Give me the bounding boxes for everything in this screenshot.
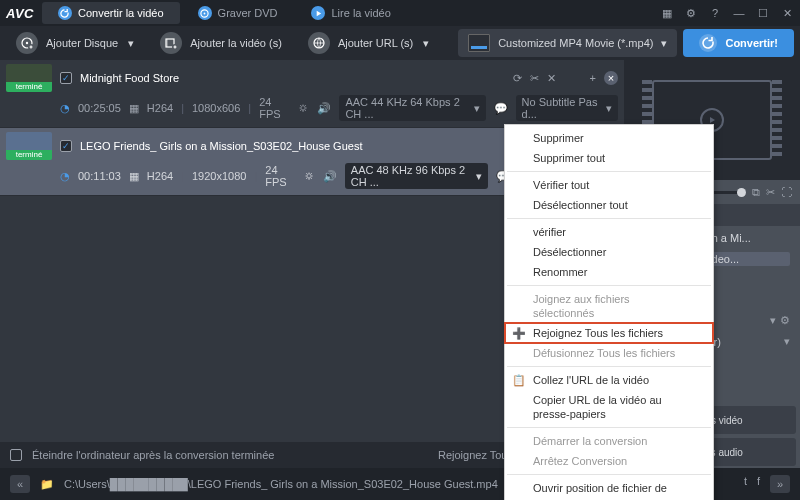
chevron-down-icon: ▾ [476, 170, 482, 183]
chevron-down-icon: ▾ [661, 37, 667, 50]
svg-rect-6 [166, 39, 168, 47]
menu-separator [507, 171, 711, 172]
folder-icon[interactable]: 📁 [40, 478, 54, 491]
minimize-icon[interactable]: ― [732, 7, 746, 19]
context-menu: SupprimerSupprimer toutVérifier toutDésé… [504, 124, 714, 500]
menu-item-label: Rejoignez Tous les fichiers [533, 327, 663, 339]
shutdown-label: Éteindre l'ordinateur après la conversio… [32, 449, 274, 461]
add-disc-button[interactable]: Ajouter Disque ▾ [6, 29, 144, 57]
menu-item-label: Renommer [533, 266, 587, 278]
menu-item[interactable]: 📋Collez l'URL de la vidéo [505, 370, 713, 390]
menu-separator [507, 474, 711, 475]
refresh-icon[interactable]: ⟳ [513, 72, 522, 85]
button-label: Ajouter Disque [46, 37, 118, 49]
calendar-icon[interactable]: ▦ [660, 7, 674, 20]
convert-button[interactable]: Convertir! [683, 29, 794, 57]
scissors-icon[interactable]: ✂ [530, 72, 539, 85]
add-url-button[interactable]: Ajouter URL (s) ▾ [298, 29, 439, 57]
expand-button[interactable]: » [770, 475, 790, 493]
menu-item[interactable]: Ouvrir position de fichier de source... [505, 478, 713, 500]
settings-icon[interactable]: ⛭ [298, 102, 309, 114]
codec: H264 [147, 170, 173, 182]
gear-icon[interactable]: ⚙ [684, 7, 698, 20]
collapse-button[interactable]: « [10, 475, 30, 493]
checkbox[interactable] [60, 72, 72, 84]
output-format-selector[interactable]: Customized MP4 Movie (*.mp4) ▾ [458, 29, 677, 57]
menu-item[interactable]: Désélectionner [505, 242, 713, 262]
button-label: Convertir! [725, 37, 778, 49]
menu-item[interactable]: Renommer [505, 262, 713, 282]
add-icon[interactable]: + [590, 72, 596, 84]
add-video-button[interactable]: Ajouter la vidéo (s) [150, 29, 292, 57]
tab-label: Lire la vidéo [331, 7, 390, 19]
thumbnail[interactable]: terminé [6, 132, 52, 160]
subtitle-icon: 💬 [494, 102, 508, 115]
menu-item[interactable]: Copier URL de la vidéo au presse-papiers [505, 390, 713, 424]
menu-item-label: Désélectionner tout [533, 199, 628, 211]
twitter-icon[interactable]: t [744, 475, 747, 493]
checkbox[interactable] [60, 140, 72, 152]
chevron-down-icon[interactable]: ▾ [784, 335, 790, 348]
tab-burn[interactable]: Graver DVD [182, 2, 294, 24]
file-title: LEGO Friends_ Girls on a Mission_S03E02_… [80, 140, 505, 152]
tab-play[interactable]: Lire la vidéo [295, 2, 406, 24]
duration: 00:11:03 [78, 170, 121, 182]
play-icon [311, 6, 325, 20]
svg-point-1 [204, 12, 206, 14]
menu-item[interactable]: Désélectionner tout [505, 195, 713, 215]
status-badge: terminé [6, 150, 52, 160]
paste-icon: 📋 [512, 373, 526, 387]
menu-separator [507, 366, 711, 367]
status-badge: terminé [6, 82, 52, 92]
resolution: 1920x1080 [192, 170, 246, 182]
help-icon[interactable]: ? [708, 7, 722, 19]
chevron-down-icon[interactable]: ▾ [770, 314, 776, 327]
app-logo: AVC [6, 6, 34, 21]
snapshot-button[interactable]: ⧉ [752, 186, 760, 199]
tab-label: Convertir la vidéo [78, 7, 164, 19]
grid-icon: ▦ [129, 170, 139, 183]
menu-item-label: Collez l'URL de la vidéo [533, 374, 649, 386]
menu-item[interactable]: Supprimer tout [505, 148, 713, 168]
menu-item[interactable]: Vérifier tout [505, 175, 713, 195]
chevron-down-icon: ▾ [128, 37, 134, 50]
shutdown-checkbox[interactable] [10, 449, 22, 461]
tab-label: Graver DVD [218, 7, 278, 19]
menu-item[interactable]: vérifier [505, 222, 713, 242]
menu-item[interactable]: Supprimer [505, 128, 713, 148]
grid-icon: ▦ [129, 102, 139, 115]
menu-item-label: Copier URL de la vidéo au presse-papiers [533, 394, 662, 420]
gear-icon[interactable]: ⚙ [780, 314, 790, 327]
close-round-icon[interactable]: × [604, 71, 618, 85]
settings-icon[interactable]: ⛭ [304, 170, 315, 182]
audio-track-selector[interactable]: AAC 48 KHz 96 Kbps 2 CH ...▾ [345, 163, 488, 189]
expand-icon[interactable]: ⛶ [781, 186, 792, 198]
menu-item[interactable]: ➕Rejoignez Tous les fichiers [505, 323, 713, 343]
resolution: 1080x606 [192, 102, 240, 114]
chevron-down-icon: ▾ [423, 37, 429, 50]
menu-item-label: Défusionnez Tous les fichiers [533, 347, 675, 359]
menu-item-label: Arrêtez Conversion [533, 455, 627, 467]
menu-separator [507, 285, 711, 286]
chevron-down-icon: ▾ [606, 102, 612, 115]
subtitle-selector[interactable]: No Subtitle Pas d...▾ [516, 95, 618, 121]
clock-icon: ◔ [60, 102, 70, 115]
convert-icon [699, 34, 717, 52]
format-label: Customized MP4 Movie (*.mp4) [498, 37, 653, 49]
close-icon[interactable]: ✕ [780, 7, 794, 20]
film-plus-icon [160, 32, 182, 54]
audio-track-selector[interactable]: AAC 44 KHz 64 Kbps 2 CH ...▾ [339, 95, 485, 121]
globe-plus-icon [308, 32, 330, 54]
facebook-icon[interactable]: f [757, 475, 760, 493]
speaker-icon: 🔊 [317, 102, 331, 115]
social-links: t f » [744, 475, 790, 493]
maximize-icon[interactable]: ☐ [756, 7, 770, 20]
file-row[interactable]: terminé Midnight Food Store ⟳ ✂ ✕ + × ◔ … [0, 60, 624, 128]
scissors-icon[interactable]: ✂ [766, 186, 775, 199]
menu-item: Défusionnez Tous les fichiers [505, 343, 713, 363]
tab-convert[interactable]: Convertir la vidéo [42, 2, 180, 24]
duration: 00:25:05 [78, 102, 121, 114]
thumbnail[interactable]: terminé [6, 64, 52, 92]
remove-icon[interactable]: ✕ [547, 72, 556, 85]
menu-item-label: Supprimer [533, 132, 584, 144]
